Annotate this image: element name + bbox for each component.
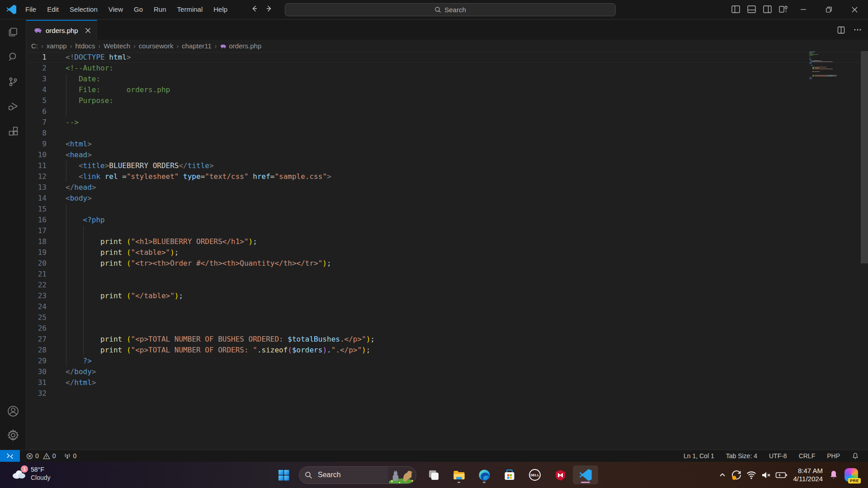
taskbar-bell-icon[interactable] — [828, 469, 839, 480]
taskbar-search-icon — [305, 471, 312, 479]
menu-view[interactable]: View — [103, 3, 128, 16]
explorer-icon[interactable] — [0, 21, 26, 43]
breadcrumb-separator-icon: › — [67, 42, 75, 50]
code-editor[interactable]: 1234567891011121314151617181920212223242… — [27, 52, 868, 450]
close-button[interactable] — [842, 0, 868, 19]
toggle-sidebar-icon[interactable] — [731, 4, 741, 14]
copilot-pre-badge: PRE — [848, 478, 861, 483]
weather-temperature: 58°F — [31, 465, 51, 474]
status-bar: 0 0 0 Ln 1, Col 1 Tab Size: 4 UTF-8 CRLF… — [0, 450, 868, 462]
line-number: 24 — [27, 301, 47, 312]
code-line: <!--Author: — [66, 63, 375, 74]
vscode-taskbar-button[interactable] — [573, 465, 598, 484]
tray-chevron-icon[interactable] — [718, 470, 727, 479]
breadcrumb-segment[interactable]: C: — [31, 42, 38, 50]
problems-status[interactable]: 0 0 — [24, 452, 59, 460]
file-explorer-button[interactable] — [446, 465, 472, 484]
weather-widget[interactable]: 1 58°F Cloudy — [11, 465, 51, 482]
minimize-button[interactable] — [790, 0, 816, 19]
code-line — [66, 106, 375, 117]
breadcrumb-separator-icon: › — [131, 42, 138, 50]
minimap-line — [812, 69, 814, 69]
editor-more-actions-icon[interactable] — [854, 26, 862, 34]
breadcrumb-segment[interactable]: Webtech — [103, 42, 131, 50]
volume-muted-icon[interactable] — [760, 469, 772, 481]
line-number: 31 — [27, 377, 47, 388]
line-number: 8 — [27, 128, 47, 139]
code-line: <link rel ="stylesheet" type="text/css" … — [66, 171, 375, 182]
battery-icon[interactable] — [775, 469, 788, 481]
notification-badge: 1 — [21, 465, 28, 473]
line-number: 10 — [27, 150, 47, 160]
extensions-icon[interactable] — [0, 121, 26, 142]
remote-indicator[interactable] — [0, 450, 20, 462]
taskbar-search-label: Search — [318, 471, 341, 479]
source-control-icon[interactable] — [0, 71, 26, 93]
minimap-line — [836, 75, 837, 75]
breadcrumb[interactable]: C:›xampp›htdocs›Webtech›coursework›chapt… — [26, 40, 868, 52]
settings-gear-icon[interactable] — [0, 424, 26, 446]
edge-browser-button[interactable] — [472, 465, 497, 484]
menu-selection[interactable]: Selection — [64, 3, 103, 16]
breadcrumb-segment[interactable]: xampp — [46, 42, 67, 50]
menu-edit[interactable]: Edit — [42, 3, 64, 16]
editor-scrollbar[interactable] — [861, 51, 868, 263]
run-debug-icon[interactable] — [0, 96, 26, 117]
maximize-button[interactable] — [816, 0, 842, 19]
indentation-status[interactable]: Tab Size: 4 — [723, 452, 760, 460]
microsoft-store-button[interactable] — [497, 465, 522, 484]
code-line: ?> — [66, 356, 375, 366]
nav-back-icon[interactable] — [250, 4, 259, 14]
warnings-count: 0 — [52, 452, 56, 460]
toggle-panel-icon[interactable] — [746, 4, 757, 14]
cursor-position[interactable]: Ln 1, Col 1 — [681, 452, 717, 460]
code-line: </html> — [66, 377, 375, 388]
breadcrumb-separator-icon: › — [174, 42, 182, 50]
weather-condition: Cloudy — [31, 474, 51, 482]
menu-file[interactable]: File — [20, 3, 42, 16]
minimap-line — [812, 76, 814, 76]
task-view-button[interactable] — [421, 465, 446, 484]
activity-bar — [0, 19, 26, 450]
split-editor-icon[interactable] — [837, 26, 845, 34]
menu-terminal[interactable]: Terminal — [172, 3, 208, 16]
search-sidebar-icon[interactable] — [0, 46, 26, 68]
minimap-line — [815, 71, 819, 72]
start-button[interactable] — [274, 465, 293, 484]
account-icon[interactable] — [0, 400, 26, 422]
customize-layout-icon[interactable] — [778, 4, 788, 14]
eol-status[interactable]: CRLF — [796, 452, 818, 460]
encoding-status[interactable]: UTF-8 — [766, 452, 790, 460]
code-line: <title>BLUEBERRY ORDERS</title> — [66, 160, 375, 171]
dell-app-button[interactable]: DELL — [522, 465, 547, 484]
breadcrumb-segment[interactable]: chapter11 — [181, 42, 212, 50]
windows-taskbar: 1 58°F Cloudy Search — [0, 462, 868, 488]
nav-forward-icon[interactable] — [264, 4, 274, 14]
breadcrumb-file[interactable]: orders.php — [229, 42, 262, 50]
onedrive-sync-icon[interactable] — [731, 469, 742, 481]
language-mode[interactable]: PHP — [824, 452, 843, 460]
notifications-bell-icon[interactable] — [849, 452, 862, 460]
copilot-button[interactable]: PRE — [844, 468, 858, 482]
minimap-line — [812, 71, 814, 72]
line-number: 14 — [27, 193, 47, 204]
menu-run[interactable]: Run — [148, 3, 172, 16]
menu-bar: FileEditSelectionViewGoRunTerminalHelp — [20, 0, 233, 19]
clock-widget[interactable]: 8:47 AM 4/11/2024 — [793, 467, 823, 483]
breadcrumb-segment[interactable]: coursework — [138, 42, 174, 50]
line-number: 25 — [27, 312, 47, 323]
running-indicator — [483, 482, 486, 483]
wifi-icon[interactable] — [746, 469, 757, 480]
line-number: 3 — [27, 74, 47, 84]
toggle-secondary-sidebar-icon[interactable] — [762, 4, 773, 14]
tab-close-icon[interactable] — [85, 27, 91, 34]
taskbar-search-box[interactable]: Search — [299, 466, 416, 484]
minimap-line — [811, 65, 812, 66]
menu-go[interactable]: Go — [128, 3, 148, 16]
mcafee-button[interactable] — [547, 465, 573, 484]
breadcrumb-segment[interactable]: htdocs — [75, 42, 95, 50]
command-search-box[interactable]: Search — [285, 3, 616, 16]
ports-status[interactable]: 0 — [61, 452, 80, 460]
tab-orders-php[interactable]: orders.php — [26, 20, 97, 40]
menu-help[interactable]: Help — [208, 3, 233, 16]
